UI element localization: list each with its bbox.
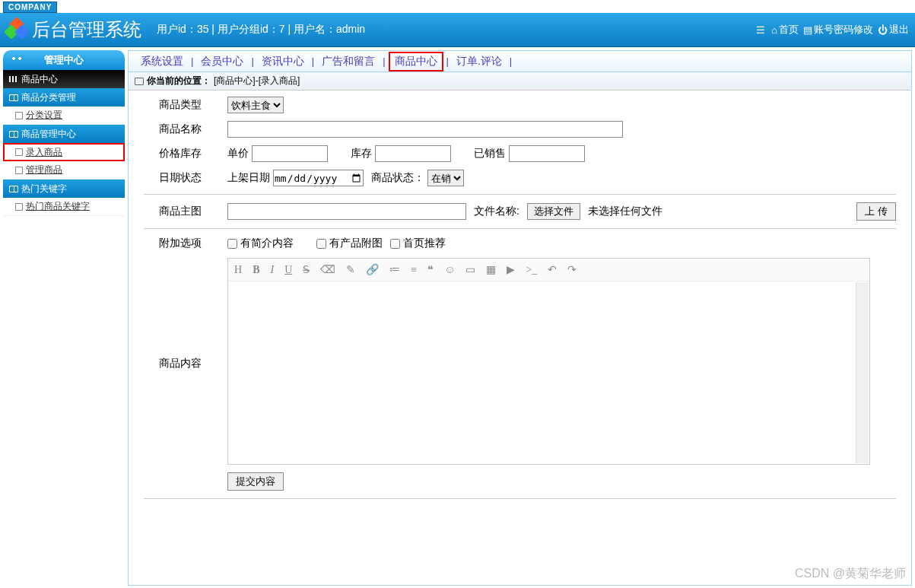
sidebar-title: 管理中心 [3, 50, 125, 70]
input-image-path[interactable] [227, 203, 466, 220]
company-tag: COMPANY [3, 2, 57, 13]
editor-body[interactable] [228, 281, 869, 464]
video-icon[interactable]: ▶ [507, 263, 515, 276]
breadcrumb: 你当前的位置： [商品中心]-[录入商品] [129, 72, 911, 91]
header-bar: 后台管理系统 用户id：35 | 用户分组id：7 | 用户名：admin ☰ … [0, 13, 915, 47]
doc-icon [15, 203, 23, 211]
app-title: 后台管理系统 [32, 17, 141, 42]
italic-icon[interactable]: I [270, 264, 274, 276]
redo-icon[interactable]: ↷ [567, 263, 577, 276]
sidebar: 管理中心 商品中心 商品分类管理 分类设置 商品管理中心 录入商品 管理商品 热… [3, 50, 125, 586]
erase-icon[interactable]: ⌫ [320, 263, 335, 276]
code-icon[interactable]: >_ [526, 264, 537, 276]
list-icon[interactable]: ≔ [389, 263, 400, 276]
sidebar-section-product[interactable]: 商品管理中心 [3, 125, 125, 143]
quote-icon[interactable]: ❝ [427, 263, 434, 276]
sidebar-item-hot-keywords[interactable]: 热门商品关键字 [3, 198, 125, 216]
undo-icon[interactable]: ↶ [548, 263, 557, 276]
doc-icon [15, 167, 23, 174]
form-area: 商品类型 饮料主食 商品名称 价格库存 单价 库存 已销售 [129, 91, 911, 585]
checkbox-attachments[interactable] [316, 239, 326, 249]
input-product-name[interactable] [227, 121, 623, 138]
select-status[interactable]: 在销 [427, 170, 464, 186]
label-main-image: 商品主图 [144, 205, 227, 218]
doc-icon: ▤ [803, 24, 812, 36]
nav-orders[interactable]: 订单.评论 [452, 53, 507, 70]
breadcrumb-prefix: 你当前的位置： [147, 75, 211, 87]
input-onshelf-date[interactable] [273, 170, 364, 186]
nav-system[interactable]: 系统设置 [136, 53, 188, 70]
nav-ads[interactable]: 广告和留言 [317, 53, 380, 70]
input-unit-price[interactable] [252, 145, 328, 162]
power-icon: ⏻ [878, 24, 888, 36]
label-price-stock: 价格库存 [144, 147, 227, 161]
label-unit-price: 单价 [227, 147, 249, 161]
align-icon[interactable]: ≡ [411, 264, 417, 276]
sidebar-group[interactable]: 商品中心 [3, 70, 125, 88]
sidebar-item-category-settings[interactable]: 分类设置 [3, 106, 125, 125]
sidebar-section-keywords[interactable]: 热门关键字 [3, 180, 125, 198]
link-icon[interactable]: 🔗 [366, 263, 379, 276]
nav-products[interactable]: 商品中心 [389, 52, 443, 72]
label-content: 商品内容 [144, 258, 227, 370]
label-status: 商品状态： [371, 171, 424, 185]
submit-button[interactable]: 提交内容 [227, 472, 284, 491]
table-icon[interactable]: ▦ [486, 263, 496, 276]
heading-icon[interactable]: H [234, 264, 242, 276]
doc-icon [15, 112, 23, 119]
checkbox-homepage[interactable] [390, 239, 400, 249]
checkbox-intro[interactable] [227, 239, 237, 249]
grid-icon [9, 76, 18, 82]
upload-button[interactable]: 上 传 [856, 202, 896, 221]
label-product-name: 商品名称 [144, 122, 227, 136]
sidebar-item-manage-product[interactable]: 管理商品 [3, 161, 125, 180]
home-link[interactable]: ⌂首页 [771, 23, 799, 37]
content-area: 系统设置| 会员中心| 资讯中心| 广告和留言| 商品中心| 订单.评论| 你当… [128, 50, 912, 586]
label-product-type: 商品类型 [144, 98, 227, 112]
logo-icon [6, 19, 27, 40]
doc-icon [15, 148, 23, 156]
user-info: 用户id：35 | 用户分组id：7 | 用户名：admin [157, 23, 365, 37]
rich-editor: H B I U S̶ ⌫ ✎ 🔗 ≔ ≡ ❝ ☺ ▭ [227, 258, 870, 465]
label-date-status: 日期状态 [144, 171, 227, 185]
input-sold[interactable] [509, 145, 585, 162]
menu-icon: ☰ [756, 24, 767, 35]
label-sold: 已销售 [474, 147, 506, 161]
nav-news[interactable]: 资讯中心 [257, 53, 309, 70]
logout-link[interactable]: ⏻退出 [878, 23, 909, 37]
home-icon: ⌂ [771, 24, 777, 36]
label-file-name: 文件名称: [474, 205, 519, 218]
top-nav: 系统设置| 会员中心| 资讯中心| 广告和留言| 商品中心| 订单.评论| [129, 51, 911, 72]
nav-members[interactable]: 会员中心 [196, 53, 248, 70]
label-extras: 附加选项 [144, 237, 227, 250]
no-file-text: 未选择任何文件 [588, 205, 662, 218]
password-link[interactable]: ▤账号密码修改 [803, 23, 873, 37]
folder-icon [135, 78, 144, 85]
select-product-type[interactable]: 饮料主食 [227, 97, 284, 113]
book-icon [9, 131, 18, 138]
label-stock: 库存 [351, 147, 372, 161]
editor-toolbar: H B I U S̶ ⌫ ✎ 🔗 ≔ ≡ ❝ ☺ ▭ [228, 259, 869, 281]
emoji-icon[interactable]: ☺ [444, 264, 455, 276]
book-icon [9, 94, 18, 101]
book-icon [9, 186, 18, 192]
brush-icon[interactable]: ✎ [346, 263, 355, 276]
label-onshelf-date: 上架日期 [227, 171, 270, 185]
image-icon[interactable]: ▭ [465, 263, 475, 276]
underline-icon[interactable]: U [284, 264, 292, 276]
input-stock[interactable] [375, 145, 451, 162]
bold-icon[interactable]: B [253, 264, 259, 276]
sidebar-item-add-product[interactable]: 录入商品 [3, 143, 125, 161]
strikethrough-icon[interactable]: S̶ [303, 263, 310, 276]
choose-file-button[interactable]: 选择文件 [527, 203, 580, 220]
breadcrumb-path: [商品中心]-[录入商品] [214, 75, 300, 87]
sidebar-section-category[interactable]: 商品分类管理 [3, 88, 125, 106]
